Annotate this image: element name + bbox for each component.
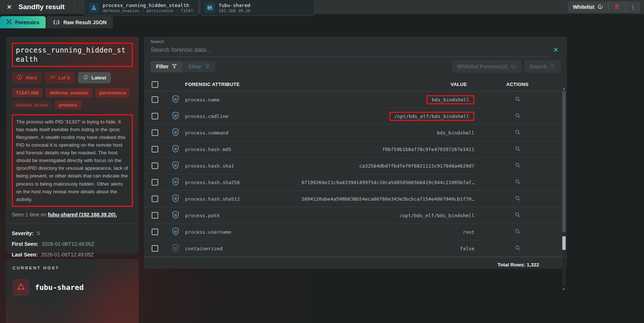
more-options-icon[interactable]: ⋮ <box>626 4 640 11</box>
scrollbar-thumb[interactable] <box>562 236 566 250</box>
table-header: FORENSIC ATTRIBUTE VALUE ACTIONS <box>144 78 567 91</box>
magnifier-icon <box>514 162 521 170</box>
forensic-attribute: process.hash.sha256 <box>185 180 318 185</box>
row-checkbox[interactable] <box>152 212 158 219</box>
forensic-value: ca32564dbd7fbdfe70f6821113c917848a4629d7 <box>359 163 493 169</box>
shield-chevron-icon <box>172 95 179 105</box>
magnifier-icon <box>514 245 521 252</box>
table-body: process.namebds_bindshellprocess.cmdline… <box>144 91 567 257</box>
magnifier-icon <box>514 212 521 219</box>
forensic-attribute: process.command <box>185 130 318 136</box>
row-checkbox[interactable] <box>152 162 158 169</box>
table-row: process.hash.sha5125894120abe4a500b638b5… <box>144 191 567 207</box>
view-tabs: Forensics {⁏} Raw Result JSON <box>0 16 113 28</box>
table-row: process.usernameroot <box>144 224 567 240</box>
badge-latest: Latest <box>78 72 111 83</box>
row-search-action[interactable] <box>493 112 541 120</box>
host-chip-title: fubu-shared <box>219 3 250 8</box>
select-all-checkbox[interactable] <box>152 81 158 88</box>
seal-icon <box>83 74 89 81</box>
detail-value: 2026-01-06T12:49:05Z <box>42 241 94 247</box>
current-host-row[interactable]: fubu-shared <box>13 279 132 296</box>
magnifier-icon <box>514 112 521 120</box>
row-checkbox[interactable] <box>152 229 158 235</box>
scrollbar-track[interactable] <box>562 91 566 287</box>
gauge-icon <box>50 74 56 81</box>
detail-row: Severity:5 <box>12 230 133 236</box>
forensic-attribute: process.hash.md5 <box>185 147 318 152</box>
detail-label: Severity: <box>12 230 33 236</box>
row-search-action[interactable] <box>493 195 541 203</box>
row-checkbox[interactable] <box>152 179 158 186</box>
row-checkbox[interactable] <box>152 195 158 202</box>
row-search-action[interactable] <box>493 245 541 252</box>
magnifier-icon <box>514 228 521 236</box>
forensic-value: bds_bindshell <box>437 130 493 136</box>
seen-prefix: Seen 1 time on <box>12 212 48 218</box>
json-icon: {⁏} <box>53 19 60 25</box>
forensic-value: bds_bindshell <box>427 97 493 103</box>
host-chip[interactable]: fubu-shared 192.168.39.20 <box>200 0 315 16</box>
scroll-down-icon[interactable]: ▼ <box>562 288 565 291</box>
total-rows: Total Rows: 1,322 <box>498 262 539 268</box>
top-bar: ✕ Sandfly result process_running_hidden_… <box>0 0 644 14</box>
shield-chevron-icon <box>172 177 179 187</box>
server-icon <box>205 3 215 13</box>
table-scrollbar[interactable]: ▲ ▼ <box>562 87 566 291</box>
row-search-action[interactable] <box>493 212 541 219</box>
row-search-action[interactable] <box>493 162 541 170</box>
row-search-action[interactable] <box>493 228 541 236</box>
close-icon[interactable]: ✕ <box>0 0 18 14</box>
row-checkbox[interactable] <box>152 245 158 252</box>
detail-label: First Seen: <box>12 241 38 247</box>
tab-raw-json-label: Raw Result JSON <box>63 19 106 25</box>
detail-label: Last Seen: <box>12 252 38 258</box>
page-title: Sandfly result <box>18 3 65 11</box>
seen-host-link[interactable]: fubu-shared (192.168.39.20). <box>48 212 117 218</box>
shield-chevron-icon <box>172 211 179 220</box>
scroll-up-icon[interactable]: ▲ <box>562 87 565 91</box>
forensic-attribute: process.hash.sha1 <box>185 163 318 169</box>
filter-row: Filter Clear Whitelist Forensic(s) Se <box>144 57 567 73</box>
row-search-action[interactable] <box>493 179 541 186</box>
delete-button[interactable] <box>609 1 625 13</box>
search-input[interactable] <box>151 46 548 57</box>
alert-circle-icon <box>17 74 22 81</box>
filter-button[interactable]: Filter <box>151 61 183 72</box>
forensic-attribute: containerized <box>185 246 318 251</box>
sandfly-result-page: { "colors": { "annotation_red": "#e41414… <box>0 0 644 323</box>
topbar-actions: Whitelist ⋮ <box>568 1 640 13</box>
forensic-value: /opt/bds_elf/bds_bindshell <box>389 114 494 119</box>
search-submit-button[interactable]: Search <box>524 60 561 73</box>
forensic-value: false <box>460 246 493 251</box>
clear-button-label: Clear <box>188 64 201 69</box>
tag-persistence: persistence <box>95 88 130 97</box>
tab-forensics[interactable]: Forensics <box>0 16 46 28</box>
table-row: process.hash.sha2566f199264e11c9a4339414… <box>144 174 567 191</box>
row-search-action[interactable] <box>493 96 541 104</box>
clear-filter-button[interactable]: Clear <box>183 61 215 72</box>
forensic-attribute: process.path <box>185 213 318 218</box>
table-row: process.path/opt/bds_elf/bds_bindshell <box>144 207 567 224</box>
row-search-action[interactable] <box>493 146 541 153</box>
shield-chevron-icon <box>172 244 179 254</box>
tab-raw-result-json[interactable]: {⁏} Raw Result JSON <box>46 16 113 28</box>
row-checkbox[interactable] <box>152 113 158 119</box>
row-checkbox[interactable] <box>152 146 158 152</box>
current-host-heading: CURRENT HOST <box>13 266 132 270</box>
row-checkbox[interactable] <box>152 129 158 136</box>
filter-button-label: Filter <box>156 64 169 69</box>
row-checkbox[interactable] <box>152 96 158 103</box>
whitelist-button[interactable]: Whitelist <box>568 1 608 13</box>
whitelist-clock-icon <box>511 63 516 70</box>
seen-line: Seen 1 time on fubu-shared (192.168.39.2… <box>12 212 133 218</box>
search-label: Search <box>151 39 561 44</box>
whitelist-forensics-button[interactable]: Whitelist Forensic(s) <box>452 60 522 73</box>
whitelist-forensics-label: Whitelist Forensic(s) <box>457 64 508 69</box>
row-search-action[interactable] <box>493 129 541 137</box>
tag-defense_evasion: defense_evasion <box>46 88 92 97</box>
sandfly-chip[interactable]: process_running_hidden_stealth defense_e… <box>84 0 199 16</box>
badge-label: Lvl 5 <box>59 75 70 80</box>
clear-search-icon[interactable]: ✕ <box>548 46 561 57</box>
alert-summary-card: process_running_hidden_stealth AlertLvl … <box>6 37 139 254</box>
